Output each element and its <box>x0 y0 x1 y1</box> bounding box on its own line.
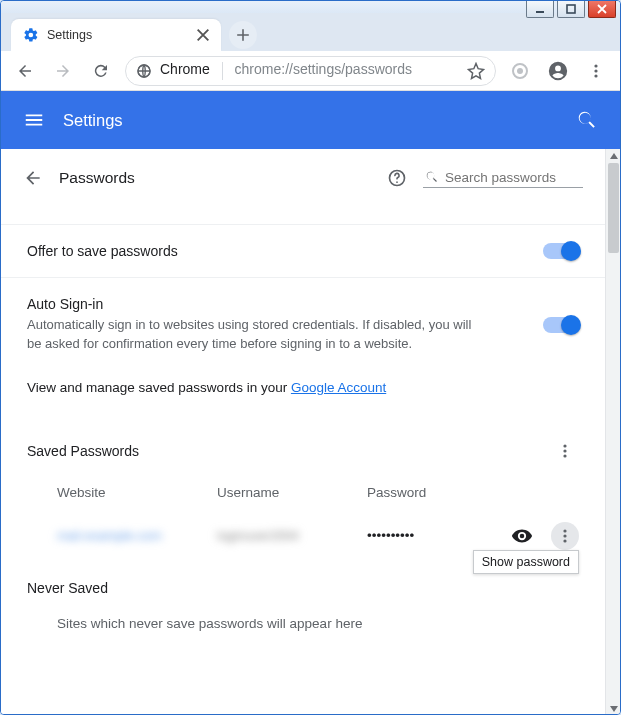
tab-title: Settings <box>47 28 187 42</box>
maximize-button[interactable] <box>557 0 585 18</box>
saved-passwords-head: Saved Passwords <box>1 413 605 473</box>
user-cell: loginuser2004 <box>217 528 299 543</box>
pass-cell: •••••••••• <box>367 528 487 543</box>
saved-section-menu-icon[interactable] <box>551 437 579 465</box>
browser-menu-icon[interactable] <box>582 57 610 85</box>
page-title: Passwords <box>59 169 371 187</box>
svg-point-9 <box>594 74 597 77</box>
saved-passwords-heading: Saved Passwords <box>27 443 551 459</box>
browser-window: Settings Chrome chrome://settings/ <box>0 0 621 715</box>
google-account-row: View and manage saved passwords in your … <box>1 372 605 413</box>
svg-point-7 <box>594 64 597 67</box>
omnibox-text: Chrome chrome://settings/passwords <box>160 61 412 79</box>
content-wrap: Passwords Offer to save passwords Auto S… <box>1 149 620 715</box>
help-icon[interactable] <box>387 168 407 188</box>
col-password: Password <box>367 485 487 500</box>
auto-signin-toggle[interactable] <box>543 317 579 333</box>
offer-save-row: Offer to save passwords <box>1 224 605 277</box>
tab-settings[interactable]: Settings <box>11 19 221 51</box>
scroll-down-icon[interactable] <box>606 702 621 715</box>
hamburger-icon[interactable] <box>23 109 45 131</box>
forward-button[interactable] <box>49 57 77 85</box>
tab-strip: Settings <box>1 13 620 51</box>
settings-title: Settings <box>63 111 558 130</box>
minimize-button[interactable] <box>526 0 554 18</box>
svg-point-16 <box>563 534 566 537</box>
page-head: Passwords <box>1 149 605 202</box>
svg-point-12 <box>563 444 566 447</box>
omnibox-url: chrome://settings/passwords <box>235 61 412 77</box>
close-window-button[interactable] <box>588 0 616 18</box>
never-saved-desc: Sites which never save passwords will ap… <box>1 606 605 661</box>
view-manage-prefix: View and manage saved passwords in your <box>27 380 291 395</box>
svg-rect-0 <box>536 11 544 13</box>
browser-toolbar: Chrome chrome://settings/passwords <box>1 51 620 91</box>
auto-signin-label: Auto Sign-in <box>27 296 527 312</box>
new-tab-button[interactable] <box>229 21 257 49</box>
auto-signin-row: Auto Sign-in Automatically sign in to we… <box>1 277 605 372</box>
show-password-tooltip: Show password <box>473 550 579 574</box>
col-website: Website <box>57 485 217 500</box>
window-controls <box>526 0 616 18</box>
site-info-icon[interactable] <box>136 63 152 79</box>
svg-point-13 <box>563 449 566 452</box>
search-passwords-input[interactable] <box>445 170 581 185</box>
svg-point-8 <box>594 69 597 72</box>
row-menu-icon[interactable] <box>551 522 579 550</box>
profile-avatar[interactable] <box>544 57 572 85</box>
header-search-icon[interactable] <box>576 109 598 131</box>
back-button[interactable] <box>11 57 39 85</box>
os-titlebar <box>1 1 620 13</box>
never-saved-heading: Never Saved <box>27 580 579 596</box>
google-account-link[interactable]: Google Account <box>291 380 386 395</box>
svg-point-5 <box>517 68 523 74</box>
scroll-thumb[interactable] <box>608 163 619 253</box>
reload-button[interactable] <box>87 57 115 85</box>
extension-icon[interactable] <box>506 57 534 85</box>
saved-table-header: Website Username Password <box>1 473 605 510</box>
search-icon <box>425 169 439 185</box>
auto-signin-desc: Automatically sign in to websites using … <box>27 316 487 354</box>
svg-point-14 <box>563 454 566 457</box>
search-passwords[interactable] <box>423 167 583 188</box>
scroll-up-icon[interactable] <box>606 149 621 163</box>
svg-point-17 <box>563 539 566 542</box>
settings-header: Settings <box>1 91 620 149</box>
svg-rect-1 <box>567 5 575 13</box>
settings-content: Passwords Offer to save passwords Auto S… <box>1 149 605 715</box>
svg-point-15 <box>563 529 566 532</box>
offer-save-label: Offer to save passwords <box>27 243 527 259</box>
back-arrow-icon[interactable] <box>23 168 43 188</box>
gear-icon <box>23 27 39 43</box>
star-icon[interactable] <box>467 62 485 80</box>
address-bar[interactable]: Chrome chrome://settings/passwords <box>125 56 496 86</box>
omnibox-product: Chrome <box>160 61 210 77</box>
offer-save-toggle[interactable] <box>543 243 579 259</box>
show-password-icon[interactable] <box>511 525 533 547</box>
svg-point-11 <box>396 181 398 183</box>
tab-close-icon[interactable] <box>195 27 211 43</box>
site-cell[interactable]: mail.example.com <box>57 528 162 543</box>
scrollbar[interactable] <box>605 149 620 715</box>
col-username: Username <box>217 485 367 500</box>
table-row: mail.example.com loginuser2004 •••••••••… <box>1 510 605 560</box>
